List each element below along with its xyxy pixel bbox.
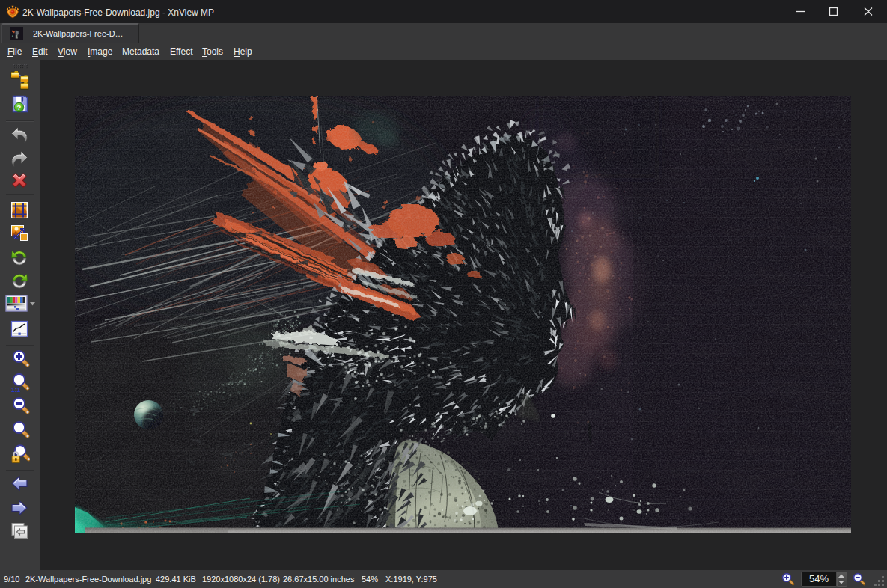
svg-text:?: ? xyxy=(17,103,22,111)
svg-text:1:1: 1:1 xyxy=(11,386,21,393)
